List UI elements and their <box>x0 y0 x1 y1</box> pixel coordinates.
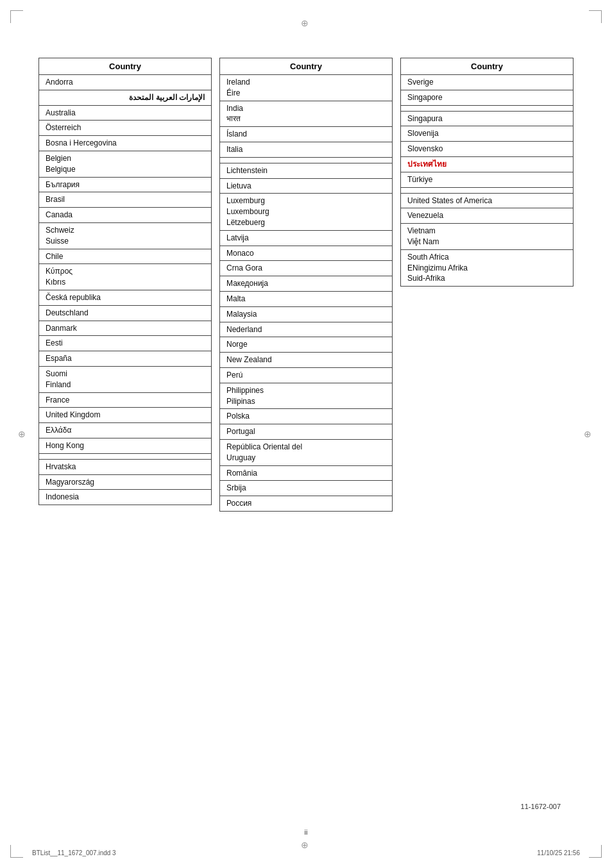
table-cell: France <box>39 392 212 408</box>
table-cell: PhilippinesPilipinas <box>220 383 393 409</box>
table-row: LuxemburgLuxembourgLëtzebuerg <box>220 194 393 230</box>
table-row: Portugal <box>220 424 393 440</box>
table-row: Ísland <box>220 127 393 142</box>
table-cell: Indiaभारत <box>220 101 393 127</box>
table-row <box>39 453 212 459</box>
table-header-col2: Country <box>220 58 393 75</box>
table-row <box>220 157 393 163</box>
table-cell: Singapore <box>401 90 574 105</box>
table-cell: SchweizSuisse <box>39 222 212 249</box>
table-cell: Lichtenstein <box>220 163 393 178</box>
table-row: ΚύπροςKıbrıs <box>39 264 212 290</box>
table-row: Sverige <box>401 75 574 90</box>
table-cell: United Kingdom <box>39 408 212 423</box>
table-row: Monaco <box>220 246 393 261</box>
table-row <box>401 187 574 193</box>
table-cell: Australia <box>39 105 212 121</box>
table-cell: SuomiFinland <box>39 366 212 392</box>
table-cell: Portugal <box>220 424 393 440</box>
table-row: Lichtenstein <box>220 163 393 178</box>
table-row: Nederland <box>220 322 393 337</box>
table-cell <box>401 105 574 111</box>
table-row: Македонија <box>220 276 393 292</box>
table-row: Slovenija <box>401 126 574 142</box>
table-row: Latvija <box>220 230 393 246</box>
table-row: South AfricaENingizimu AfrikaSuid-Afrika <box>401 249 574 286</box>
table-cell: United States of America <box>401 193 574 208</box>
reg-mark-left <box>18 429 28 439</box>
table-cell: Norge <box>220 337 393 353</box>
table-header-col1: Country <box>39 58 212 75</box>
table-cell: República Oriental delUruguay <box>220 439 393 465</box>
table-cell: Venezuela <box>401 208 574 224</box>
table-cell: Chile <box>39 249 212 264</box>
table-row: SchweizSuisse <box>39 222 212 249</box>
date-stamp: 11/10/25 21:56 <box>537 849 580 856</box>
table-cell: Lietuva <box>220 178 393 194</box>
reg-mark-bottom <box>301 840 311 850</box>
table-row: VietnamViệt Nam <box>401 224 574 250</box>
table-cell: Italia <box>220 142 393 157</box>
tables-container: CountryAndorraالإمارات العربية المتحدةAu… <box>38 58 574 512</box>
table-cell: Österreich <box>39 121 212 136</box>
table-row: BelgienBelgique <box>39 151 212 177</box>
table-row: Crna Gora <box>220 261 393 276</box>
reg-mark-right <box>584 429 594 439</box>
table-cell: LuxemburgLuxembourgLëtzebuerg <box>220 194 393 230</box>
table-row: Bosna i Hercegovina <box>39 136 212 151</box>
table-row: Lietuva <box>220 178 393 194</box>
table-cell: Monaco <box>220 246 393 261</box>
country-table-col2: CountryIrelandÉireIndiaभारतÍslandItaliaL… <box>219 58 393 512</box>
table-cell: Malta <box>220 291 393 306</box>
table-cell: Indonesia <box>39 490 212 505</box>
main-content: CountryAndorraالإمارات العربية المتحدةAu… <box>38 58 574 791</box>
corner-mark-tl <box>10 10 23 23</box>
table-row: Australia <box>39 105 212 121</box>
table-row: Chile <box>39 249 212 264</box>
table-row: Canada <box>39 208 212 223</box>
table-cell: Ísland <box>220 127 393 142</box>
table-row: Indiaभारत <box>220 101 393 127</box>
table-cell: Singapura <box>401 111 574 126</box>
table-row <box>401 105 574 111</box>
table-cell: Latvija <box>220 230 393 246</box>
table-row: Italia <box>220 142 393 157</box>
corner-mark-bl <box>10 845 23 858</box>
table-cell: Hong Kong <box>39 438 212 453</box>
table-cell: Eesti <box>39 336 212 351</box>
table-cell <box>401 187 574 193</box>
table-row: Norge <box>220 337 393 353</box>
table-cell: ΚύπροςKıbrıs <box>39 264 212 290</box>
table-cell: Türkiye <box>401 172 574 187</box>
table-cell: Crna Gora <box>220 261 393 276</box>
reg-mark-top <box>301 18 311 28</box>
table-cell: Brasil <box>39 192 212 208</box>
table-row: Eesti <box>39 336 212 351</box>
table-cell: Slovensko <box>401 142 574 157</box>
table-cell: Ελλάδα <box>39 423 212 438</box>
table-cell: Sverige <box>401 75 574 90</box>
table-row: الإمارات العربية المتحدة <box>39 90 212 105</box>
table-cell: Македонија <box>220 276 393 292</box>
table-cell: الإمارات العربية المتحدة <box>39 90 212 105</box>
table-cell: BelgienBelgique <box>39 151 212 177</box>
table-cell: ประเทศไทย <box>401 156 574 172</box>
table-row: ประเทศไทย <box>401 156 574 172</box>
table-row: Brasil <box>39 192 212 208</box>
corner-mark-tr <box>589 10 602 23</box>
table-cell: VietnamViệt Nam <box>401 224 574 250</box>
table-row: Malaysia <box>220 306 393 322</box>
table-row: Magyarország <box>39 474 212 490</box>
table-cell: New Zealand <box>220 353 393 368</box>
table-row: Andorra <box>39 75 212 90</box>
table-row: Singapura <box>401 111 574 126</box>
table-cell: България <box>39 177 212 192</box>
table-row: United Kingdom <box>39 408 212 423</box>
table-row: Singapore <box>401 90 574 105</box>
table-row: República Oriental delUruguay <box>220 439 393 465</box>
table-cell: Slovenija <box>401 126 574 142</box>
table-cell: Hrvatska <box>39 459 212 474</box>
table-row: România <box>220 465 393 481</box>
page-number: ii <box>305 828 308 836</box>
table-cell: Perú <box>220 367 393 383</box>
